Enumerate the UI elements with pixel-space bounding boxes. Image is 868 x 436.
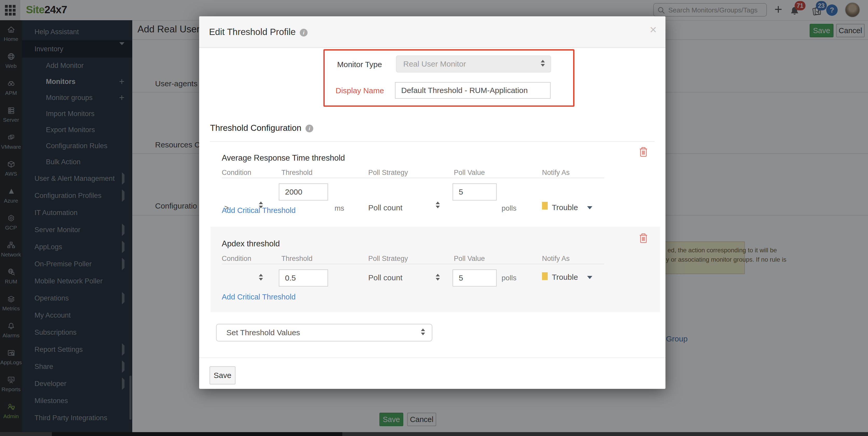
column-header-poll-strategy: Poll Strategy (368, 169, 408, 177)
poll-value-input[interactable] (453, 183, 497, 201)
chevron-down-icon[interactable] (587, 276, 592, 279)
modal-save-button[interactable]: Save (210, 366, 236, 384)
poll-unit: polls (501, 274, 517, 282)
column-header-condition: Condition (222, 169, 251, 177)
dialog-header: Edit Threshold Profilei × (199, 16, 665, 48)
divider (199, 358, 665, 358)
poll-unit: polls (501, 204, 517, 212)
divider (222, 178, 604, 178)
apdex-threshold-panel: Apdex threshold Condition Threshold Poll… (211, 227, 660, 312)
divider (222, 264, 604, 264)
set-threshold-values-select[interactable]: Set Threshold Values (216, 324, 432, 341)
avg-response-threshold-title: Average Response Time threshold (222, 154, 345, 163)
app-root: Site24x7 + 71 23 ? HomeWebAPMServerVMwar… (0, 0, 868, 436)
edit-threshold-profile-dialog: Edit Threshold Profilei × Monitor Type R… (199, 16, 665, 389)
column-header-notify-as: Notify As (542, 169, 570, 177)
monitor-type-select[interactable]: Real User Monitor (396, 56, 551, 72)
add-critical-threshold-link[interactable]: Add Critical Threshold (222, 206, 296, 215)
column-header-poll-strategy: Poll Strategy (368, 255, 408, 263)
select-stepper-icon (421, 329, 425, 335)
add-critical-threshold-link[interactable]: Add Critical Threshold (222, 293, 296, 301)
threshold-value-input[interactable] (279, 183, 328, 201)
close-icon[interactable]: × (650, 24, 657, 35)
divider (210, 141, 655, 142)
column-header-condition: Condition (222, 255, 251, 263)
display-name-label: Display Name (336, 86, 384, 95)
threshold-configuration-heading: Threshold Configurationi (210, 123, 313, 133)
apdex-threshold-title: Apdex threshold (222, 239, 280, 248)
info-icon[interactable]: i (306, 125, 313, 132)
column-header-notify-as: Notify As (542, 255, 570, 263)
trouble-status-swatch (542, 202, 548, 209)
monitor-type-label: Monitor Type (337, 60, 382, 69)
trouble-status-swatch (542, 272, 548, 280)
column-header-poll-value: Poll Value (454, 169, 485, 177)
threshold-value-input[interactable] (279, 269, 328, 287)
poll-strategy-stepper-icon[interactable] (436, 202, 440, 208)
column-header-threshold: Threshold (281, 169, 312, 177)
column-header-threshold: Threshold (281, 255, 312, 263)
dialog-title: Edit Threshold Profilei (209, 27, 308, 37)
notify-as-value[interactable]: Trouble (552, 273, 578, 281)
info-icon[interactable]: i (300, 29, 308, 36)
select-stepper-icon (541, 60, 545, 67)
notify-as-value[interactable]: Trouble (552, 203, 578, 212)
poll-strategy-value[interactable]: Poll count (368, 203, 402, 212)
poll-value-input[interactable] (453, 269, 497, 287)
delete-threshold-icon[interactable] (639, 146, 648, 157)
poll-strategy-value[interactable]: Poll count (368, 273, 402, 282)
poll-strategy-stepper-icon[interactable] (436, 274, 440, 280)
column-header-poll-value: Poll Value (454, 255, 485, 263)
chevron-down-icon[interactable] (587, 206, 592, 209)
delete-threshold-icon[interactable] (639, 233, 648, 243)
display-name-input[interactable] (395, 82, 551, 99)
condition-stepper-icon[interactable] (259, 274, 263, 280)
threshold-unit: ms (335, 204, 344, 212)
